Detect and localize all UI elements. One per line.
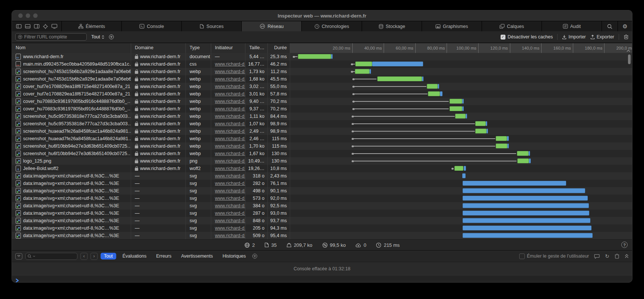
initiator-link[interactable]: www.richard-d… [215,106,245,111]
network-request-row[interactable]: screenshot_hu7453d15b6b2a929e1adaa8e7a06… [12,68,632,75]
settings-tab[interactable]: ⚙ [618,21,632,31]
export-button[interactable]: Exporter [590,34,614,40]
minimize-button[interactable] [26,13,30,18]
console-filter-logs[interactable]: Historiques [219,253,249,259]
tab-storage[interactable]: Stockage [362,21,422,31]
disable-caches-checkbox[interactable]: ✓ Désactiver les caches [501,34,553,40]
initiator-link[interactable]: www.richard-d… [215,203,245,208]
console-prompt[interactable] [12,275,632,283]
initiator-link[interactable]: www.richard-d… [215,144,245,149]
network-request-row[interactable]: data:image/svg+xml;charset=utf-8,%3C…%3E… [12,210,632,217]
console-filter-all[interactable]: Tout [101,253,116,259]
initiator-link[interactable]: www.richard-d… [215,99,245,104]
show-console-messages-button[interactable] [594,254,600,259]
initiator-link[interactable]: www.richard-d… [215,91,245,97]
next-result-button[interactable]: › [91,253,98,260]
initiator-link[interactable]: www.richard-d… [215,211,245,216]
tab-console[interactable]: Console [122,21,182,31]
network-request-row[interactable]: screenshot_huaead7fe26a8458fcac1a46b824a… [12,128,632,135]
network-request-row[interactable]: screenshot_hu6f10bb94e27e3d63b651409cb07… [12,142,632,150]
network-request-row[interactable]: screenshot_hu5c957353818e777ca27d3c3cba0… [12,120,632,128]
collapse-console-button[interactable] [625,254,629,258]
initiator-link[interactable]: www.richard-d… [215,233,245,238]
initiator-link[interactable]: www.richard-d… [215,226,245,231]
initiator-link[interactable]: www.richard-d… [215,151,245,156]
filter-options-button[interactable] [109,34,114,40]
dock-right-icon[interactable] [34,24,39,29]
console-filter-errors[interactable]: Erreurs [153,253,175,259]
vertical-scrollbar-thumb[interactable] [628,54,631,64]
network-request-row[interactable]: Jellee-Bold.woff2 www.richard-dern.fr wo… [12,165,632,172]
search-tab[interactable] [602,21,618,31]
network-request-row[interactable]: data:image/svg+xml;charset=utf-8,%3C…%3E… [12,187,632,195]
close-button[interactable] [18,13,23,18]
network-request-row[interactable]: screenshot_hu5c957353818e777ca27d3c3cba0… [12,113,632,120]
element-picker-icon[interactable] [43,24,48,29]
initiator-link[interactable]: www.richard-d… [215,158,245,164]
console-filter-warnings[interactable]: Avertissements [178,253,216,259]
initiator-link[interactable]: www.richard-d… [215,136,245,141]
resource-type-select[interactable]: Tout [91,34,104,40]
network-request-row[interactable]: main.min.d9924575ec0bba420589a48d5190fbc… [12,60,632,68]
zoom-button[interactable] [33,13,38,18]
initiator-link[interactable]: www.richard-d… [215,166,245,171]
import-button[interactable]: Importer [562,34,586,40]
network-request-row[interactable]: cover_huf7e1708829ea18f6715e48271400e87a… [12,83,632,90]
network-request-row[interactable]: cover_hu70883c936197805bd916c4488876d0b0… [12,98,632,105]
initiator-link[interactable]: www.richard-d… [215,84,245,89]
initiator-link[interactable]: www.richard-d… [215,188,245,193]
initiator-link[interactable]: www.richard-d… [215,129,245,134]
initiator-link[interactable]: www.richard-d… [215,114,245,119]
device-icon[interactable] [51,24,57,29]
clear-console-button[interactable] [615,254,619,259]
console-filter-evaluations[interactable]: Évaluations [119,253,150,259]
network-request-row[interactable]: www.richard-dern.fr www.richard-dern.fr … [12,53,632,60]
previous-result-button[interactable]: ‹ [80,253,88,260]
emulate-user-gesture-checkbox[interactable]: Émuler le geste de l’utilisateur [519,254,589,259]
tab-audit[interactable]: Audit [542,21,602,31]
network-request-row[interactable]: screenshot_hu6f10bb94e27e3d63b651409cb07… [12,150,632,157]
network-request-row[interactable]: screenshot_hu7453d15b6b2a929e1adaa8e7a06… [12,75,632,83]
initiator-link[interactable]: www.richard-d… [215,121,245,126]
dock-left-icon[interactable] [16,24,22,29]
column-header-type[interactable]: Type [186,43,211,53]
initiator-link[interactable]: www.richard-d… [215,76,245,82]
initiator-link[interactable]: www.richard-d… [215,69,245,74]
column-header-name[interactable]: Nom [12,43,131,53]
network-request-row[interactable]: data:image/svg+xml;charset=utf-8,%3C…%3E… [12,202,632,210]
dock-bottom-icon[interactable] [25,24,31,29]
column-header-initiator[interactable]: Initiateur [211,43,245,53]
help-button[interactable]: ? [621,242,628,248]
network-request-row[interactable]: logo_125.png www.richard-dern.fr png www… [12,157,632,165]
network-request-row[interactable]: data:image/svg+xml;charset=utf-8,%3C…%3E… [12,217,632,224]
clear-network-items-button[interactable] [624,34,629,40]
column-header-duration[interactable]: Durée [268,43,290,53]
network-request-row[interactable]: data:image/svg+xml;charset=utf-8,%3C…%3E… [12,224,632,232]
tab-network[interactable]: Réseau [242,21,302,31]
tab-timelines[interactable]: Chronologies [302,21,362,31]
network-request-row[interactable]: data:image/svg+xml;charset=utf-8,%3C…%3E… [12,232,632,239]
tab-layers[interactable]: Calques [482,21,542,31]
network-request-row[interactable]: data:image/svg+xml;charset=utf-8,%3C…%3E… [12,195,632,202]
column-header-domain[interactable]: Domaine [131,43,186,53]
console-search-input[interactable] [25,253,77,260]
initiator-link[interactable]: www.richard-d… [215,62,245,67]
tab-sources[interactable]: Sources [182,21,242,31]
network-request-row[interactable]: cover_huf7e1708829ea18f6715e48271400e87a… [12,90,632,98]
initiator-link[interactable]: www.richard-d… [215,196,245,201]
tab-elements[interactable]: Éléments [62,21,122,31]
network-request-row[interactable]: cover_hu70883c936197805bd916c4488876d0b0… [12,105,632,113]
initiator-link[interactable]: www.richard-d… [215,173,245,179]
console-filter-options-button[interactable] [252,254,257,259]
url-filter-input[interactable]: Filtrer l’URL complète [15,33,87,41]
request-name-cell: Jellee-Bold.woff2 [12,165,131,172]
network-request-row[interactable]: screenshot_huaead7fe26a8458fcac1a46b824a… [12,135,632,142]
tab-graphics[interactable]: Graphismes [422,21,482,31]
reload-button[interactable]: ↻ [605,253,609,259]
initiator-link[interactable]: www.richard-d… [215,181,245,186]
network-request-row[interactable]: data:image/svg+xml;charset=utf-8,%3C…%3E… [12,172,632,180]
column-header-size[interactable]: Taille… [245,43,268,53]
console-scope-button[interactable] [15,253,22,259]
initiator-link[interactable]: www.richard-d… [215,218,245,223]
network-request-row[interactable]: data:image/svg+xml;charset=utf-8,%3C…%3E… [12,180,632,187]
